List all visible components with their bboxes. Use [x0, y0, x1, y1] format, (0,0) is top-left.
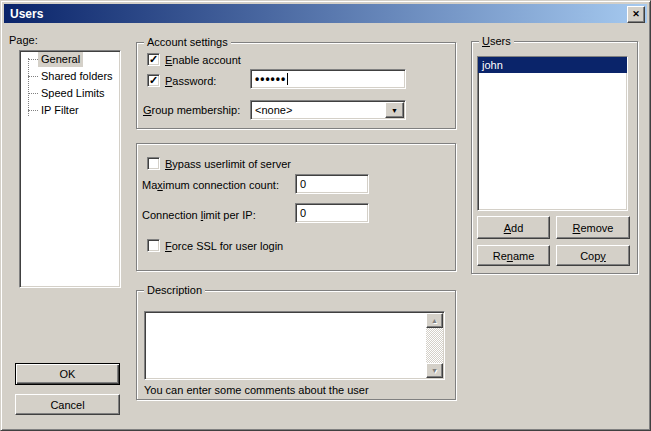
tree-item-label: General — [38, 52, 83, 67]
password-label: Password: — [165, 75, 216, 88]
users-group: Users john Add Remove Rename Copy — [471, 41, 638, 274]
ok-button[interactable]: OK — [15, 363, 120, 385]
description-textarea[interactable]: ▲ ▼ — [144, 311, 445, 380]
check-icon: ✓ — [149, 54, 158, 65]
group-membership-combobox[interactable]: <none> ▼ — [250, 100, 406, 120]
password-checkbox[interactable]: ✓ — [147, 74, 160, 87]
remove-button[interactable]: Remove — [556, 216, 630, 239]
max-connection-value: 0 — [300, 178, 306, 190]
users-dialog: Users ✕ Page: General Shared folders Spe… — [0, 0, 651, 431]
force-ssl-checkbox[interactable] — [147, 239, 160, 252]
description-group: Description ▲ ▼ You can enter some comme… — [136, 290, 456, 400]
page-tree: General Shared folders Speed Limits IP F… — [19, 50, 121, 288]
tree-item-label: Shared folders — [38, 69, 116, 84]
description-hint: You can enter some comments about the us… — [144, 384, 369, 397]
users-listbox[interactable]: john — [477, 56, 628, 211]
title-bar[interactable]: Users ✕ — [4, 4, 647, 23]
check-icon: ✓ — [149, 75, 158, 86]
chevron-down-icon: ▼ — [391, 107, 398, 114]
password-value: •••••• — [255, 72, 286, 86]
enable-account-label: Enable account — [165, 54, 241, 67]
group-membership-label: Group membership: — [143, 104, 240, 117]
cancel-button[interactable]: Cancel — [15, 394, 120, 415]
page-label: Page: — [9, 34, 38, 47]
scroll-up-icon: ▲ — [431, 317, 438, 324]
tree-item-speed-limits[interactable]: Speed Limits — [20, 85, 120, 102]
max-connection-label: Maximum connection count: — [142, 179, 279, 192]
bypass-userlimit-checkbox[interactable] — [147, 157, 160, 170]
ip-limit-input[interactable]: 0 — [295, 203, 369, 223]
rename-button[interactable]: Rename — [477, 245, 550, 266]
force-ssl-label: Force SSL for user login — [165, 240, 283, 253]
max-connection-input[interactable]: 0 — [295, 174, 369, 194]
close-button[interactable]: ✕ — [627, 6, 645, 23]
account-settings-title: Account settings — [144, 36, 231, 49]
ip-limit-label: Connection limit per IP: — [142, 209, 256, 222]
text-caret — [287, 73, 288, 85]
ip-limit-value: 0 — [300, 207, 306, 219]
scroll-down-button[interactable]: ▼ — [426, 363, 443, 378]
tree-item-general[interactable]: General — [20, 51, 120, 68]
window-title: Users — [10, 7, 43, 21]
limits-group: Bypass userlimit of server Maximum conne… — [136, 143, 456, 271]
enable-account-checkbox[interactable]: ✓ — [147, 53, 160, 66]
user-name: john — [482, 59, 503, 71]
copy-button[interactable]: Copy — [556, 245, 630, 266]
scroll-down-icon: ▼ — [431, 367, 438, 374]
add-button[interactable]: Add — [477, 216, 550, 239]
bypass-userlimit-label: Bypass userlimit of server — [165, 158, 291, 171]
tree-item-label: Speed Limits — [38, 86, 108, 101]
combo-dropdown-button[interactable]: ▼ — [385, 102, 404, 118]
password-input[interactable]: •••••• — [250, 69, 406, 89]
tree-item-label: IP Filter — [38, 103, 82, 118]
description-scrollbar[interactable]: ▲ ▼ — [426, 313, 443, 378]
tree-item-ip-filter[interactable]: IP Filter — [20, 102, 120, 119]
description-title: Description — [144, 284, 205, 297]
users-group-title: Users — [479, 35, 514, 48]
group-membership-value: <none> — [255, 104, 292, 116]
scroll-up-button[interactable]: ▲ — [426, 313, 443, 328]
close-icon: ✕ — [632, 10, 640, 19]
tree-item-shared-folders[interactable]: Shared folders — [20, 68, 120, 85]
list-item-user[interactable]: john — [478, 57, 627, 73]
account-settings-group: Account settings ✓ Enable account ✓ Pass… — [136, 42, 456, 129]
